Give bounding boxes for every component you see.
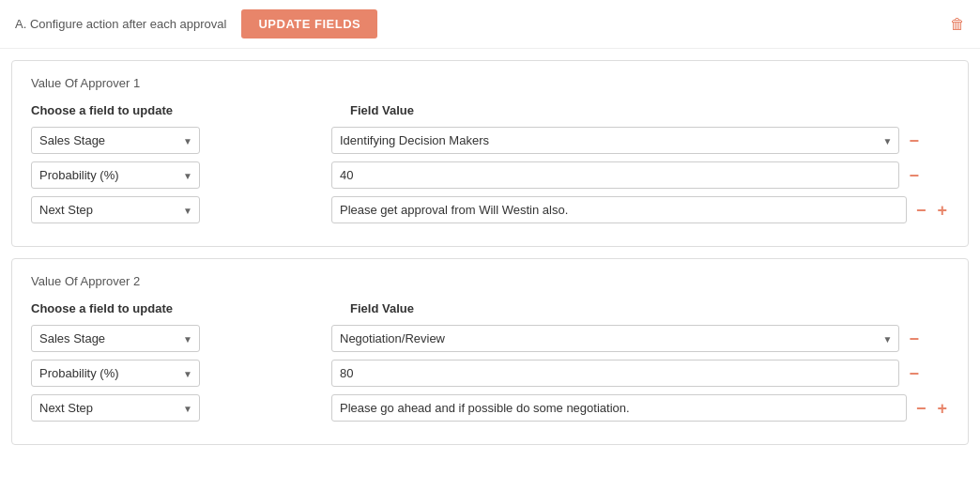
approver2-value-input-1[interactable] [331, 360, 899, 387]
approver1-row-2: Next Step Sales Stage Probability (%) ▼ … [31, 196, 949, 223]
approver1-minus-2[interactable]: − [914, 202, 928, 219]
approver1-value-select-0[interactable]: Identifying Decision Makers Negotiation/… [331, 127, 899, 154]
approver1-field-select-2[interactable]: Next Step Sales Stage Probability (%) [31, 196, 200, 223]
update-fields-button[interactable]: UPDATE FIELDS [241, 9, 377, 38]
approver1-value-input-1[interactable] [331, 161, 899, 189]
approver2-field-select-0[interactable]: Sales Stage Probability (%) Next Step [31, 325, 200, 352]
approver2-row-2: Next Step Sales Stage Probability (%) ▼ … [31, 394, 949, 422]
approver1-title: Value Of Approver 1 [31, 76, 949, 90]
approver2-title: Value Of Approver 2 [31, 274, 949, 288]
approver2-minus-2[interactable]: − [914, 400, 928, 417]
approver2-field-header: Choose a field to update [31, 301, 237, 315]
approver2-field-select-2[interactable]: Next Step Sales Stage Probability (%) [31, 394, 200, 422]
approver2-card: Value Of Approver 2 Choose a field to up… [11, 258, 969, 445]
approver1-field-select-1[interactable]: Probability (%) Sales Stage Next Step [31, 161, 200, 189]
approver1-value-header: Field Value [350, 103, 949, 117]
approver2-field-select-1[interactable]: Probability (%) Sales Stage Next Step [31, 360, 200, 387]
approver2-value-select-0[interactable]: Identifying Decision Makers Negotiation/… [331, 325, 899, 352]
approver2-row-0: Sales Stage Probability (%) Next Step ▼ … [31, 325, 949, 352]
approver2-plus-2[interactable]: + [935, 400, 949, 417]
approver1-row-1: Probability (%) Sales Stage Next Step ▼ … [31, 161, 949, 189]
approver1-value-input-2[interactable] [331, 196, 907, 223]
top-bar: A. Configure action after each approval … [0, 0, 980, 49]
configure-label: A. Configure action after each approval [15, 17, 226, 31]
approver1-field-header: Choose a field to update [31, 103, 237, 117]
approver1-minus-1[interactable]: − [907, 167, 921, 184]
approver2-minus-0[interactable]: − [907, 330, 921, 347]
approver1-minus-0[interactable]: − [907, 132, 921, 149]
approver2-value-header: Field Value [350, 301, 949, 315]
delete-icon[interactable]: 🗑 [950, 16, 965, 33]
approver1-card: Value Of Approver 1 Choose a field to up… [11, 60, 969, 247]
approver1-field-select-0[interactable]: Sales Stage Probability (%) Next Step [31, 127, 200, 154]
approver1-plus-2[interactable]: + [935, 202, 949, 219]
approver2-minus-1[interactable]: − [907, 365, 921, 382]
approver1-row-0: Sales Stage Probability (%) Next Step ▼ … [31, 127, 949, 154]
approver2-row-1: Probability (%) Sales Stage Next Step ▼ … [31, 360, 949, 387]
approver2-value-input-2[interactable] [331, 394, 907, 422]
